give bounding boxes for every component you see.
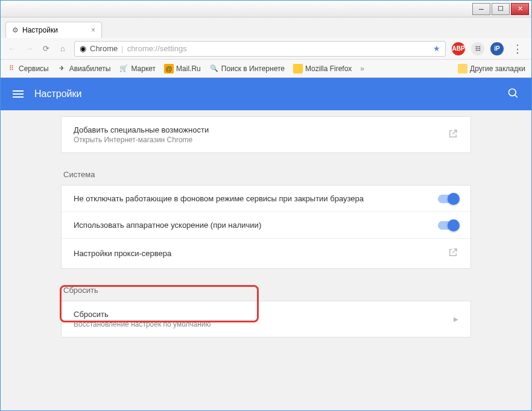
close-window-button[interactable]: ✕ [511,3,529,15]
tab-strip: ⚙ Настройки × [1,17,531,38]
omnibox-url: chrome://settings [127,44,187,53]
minimize-button[interactable]: ─ [472,3,490,15]
bookmark-market[interactable]: 🛒Маркет [119,64,156,74]
browser-menu-button[interactable]: ⋮ [510,42,525,55]
settings-body[interactable]: Добавить специальные возможности Открыть… [1,110,531,410]
back-button[interactable]: ← [7,43,17,54]
home-button[interactable]: ⌂ [57,43,68,54]
accessibility-title: Добавить специальные возможности [74,125,448,134]
accessibility-card: Добавить специальные возможности Открыть… [61,116,471,153]
section-system-title: Система [61,155,471,185]
tab-settings[interactable]: ⚙ Настройки × [5,22,102,38]
bookmark-aviatickets[interactable]: ✈Авиабилеты [57,64,111,74]
external-link-icon [448,247,458,260]
bookmarks-bar: ⠿Сервисы ✈Авиабилеты 🛒Маркет @Mail.Ru 🔍П… [1,60,531,78]
close-tab-icon[interactable]: × [91,26,95,34]
forward-button[interactable]: → [24,43,34,54]
accessibility-row[interactable]: Добавить специальные возможности Открыть… [62,117,470,152]
bookmark-mailru[interactable]: @Mail.Ru [164,64,201,74]
bookmark-firefox[interactable]: Mozilla Firefox [293,64,352,74]
svg-point-0 [509,89,516,96]
cart-icon: 🛒 [119,64,128,74]
hardware-accel-row[interactable]: Использовать аппаратное ускорение (при н… [62,212,470,238]
firefox-icon [293,64,303,74]
reset-subtitle: Восстановление настроек по умолчанию [74,320,454,328]
chrome-icon: ◉ [80,44,86,53]
reload-button[interactable]: ⟳ [40,43,51,54]
reset-card: Сбросить Восстановление настроек по умол… [61,301,471,337]
extension-abp-icon[interactable]: ABP [452,42,465,55]
extension-ip-icon[interactable]: iP [490,42,504,55]
maximize-button[interactable]: ☐ [492,3,510,15]
toolbar: ← → ⟳ ⌂ ◉ Chrome | chrome://settings ★ A… [1,38,531,60]
search-icon[interactable] [507,87,519,101]
bookmark-services[interactable]: ⠿Сервисы [7,64,49,74]
accessibility-subtitle: Открыть Интернет-магазин Chrome [74,136,448,144]
system-card: Не отключать работающие в фоновом режиме… [61,185,471,269]
other-bookmarks-button[interactable]: Другие закладки [458,64,525,74]
proxy-row[interactable]: Настройки прокси-сервера [62,238,470,268]
page-content: Настройки Добавить специальные возможнос… [1,78,531,410]
page-title: Настройки [34,89,496,99]
bookmark-star-icon[interactable]: ★ [433,44,440,53]
background-apps-label: Не отключать работающие в фоновом режиме… [74,194,438,203]
background-apps-row[interactable]: Не отключать работающие в фоновом режиме… [62,186,470,212]
background-apps-toggle[interactable] [438,195,458,203]
folder-icon [458,64,467,74]
omnibox-label: Chrome [90,44,118,53]
search-bm-icon: 🔍 [209,64,219,74]
menu-icon[interactable] [13,89,24,99]
reset-title: Сбросить [74,310,454,319]
gear-icon: ⚙ [12,26,19,34]
hardware-accel-toggle[interactable] [438,221,458,230]
bookmark-search[interactable]: 🔍Поиск в Интернете [209,64,285,74]
section-reset-title: Сбросить [61,271,471,301]
reset-row[interactable]: Сбросить Восстановление настроек по умол… [62,301,470,337]
extension-icon[interactable]: ☷ [471,42,484,55]
chevron-right-icon: ▶ [454,316,458,322]
hardware-accel-label: Использовать аппаратное ускорение (при н… [74,221,438,230]
bookmarks-overflow-button[interactable]: » [360,64,364,73]
settings-header: Настройки [1,78,531,110]
external-link-icon [448,128,458,141]
tab-title: Настройки [22,26,58,34]
mail-icon: @ [164,64,174,74]
address-bar[interactable]: ◉ Chrome | chrome://settings ★ [74,41,446,57]
browser-window: ─ ☐ ✕ ⚙ Настройки × ← → ⟳ ⌂ ◉ Chrome | c… [0,0,532,411]
svg-line-1 [515,95,518,97]
apps-icon: ⠿ [7,64,16,74]
proxy-label: Настройки прокси-сервера [74,249,448,258]
plane-icon: ✈ [57,64,67,74]
window-titlebar: ─ ☐ ✕ [1,1,531,17]
